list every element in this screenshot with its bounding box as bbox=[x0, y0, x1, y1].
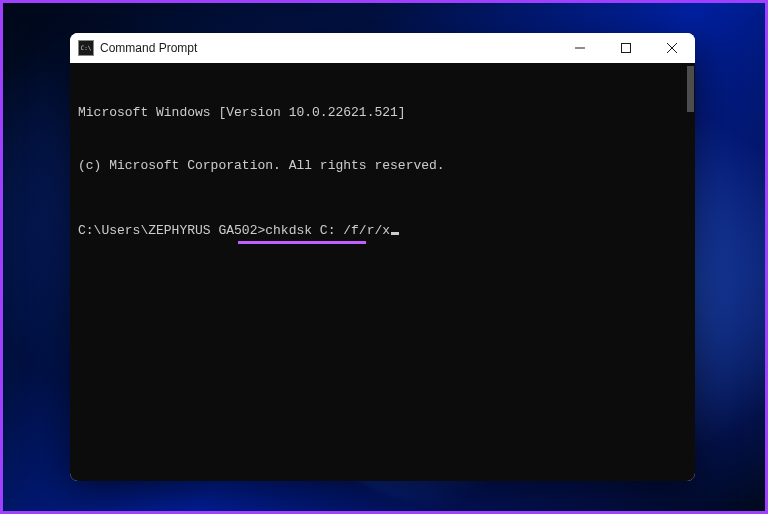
terminal-cursor bbox=[391, 232, 399, 235]
window-controls bbox=[557, 33, 695, 63]
close-icon bbox=[667, 43, 677, 53]
terminal-command: chkdsk C: /f/r/x bbox=[265, 223, 390, 238]
svg-rect-1 bbox=[622, 44, 631, 53]
terminal-area[interactable]: Microsoft Windows [Version 10.0.22621.52… bbox=[70, 63, 695, 481]
maximize-button[interactable] bbox=[603, 33, 649, 63]
terminal-prompt: C:\Users\ZEPHYRUS GA502> bbox=[78, 223, 265, 238]
close-button[interactable] bbox=[649, 33, 695, 63]
command-prompt-window: C:\ Command Prompt Microsoft Windows [Ve… bbox=[70, 33, 695, 481]
titlebar[interactable]: C:\ Command Prompt bbox=[70, 33, 695, 63]
maximize-icon bbox=[621, 43, 631, 53]
terminal-output-line: Microsoft Windows [Version 10.0.22621.52… bbox=[78, 104, 687, 122]
window-title: Command Prompt bbox=[100, 41, 557, 55]
terminal-prompt-line: C:\Users\ZEPHYRUS GA502>chkdsk C: /f/r/x bbox=[78, 222, 687, 240]
minimize-icon bbox=[575, 43, 585, 53]
command-prompt-icon: C:\ bbox=[78, 40, 94, 56]
minimize-button[interactable] bbox=[557, 33, 603, 63]
terminal-output-line: (c) Microsoft Corporation. All rights re… bbox=[78, 157, 687, 175]
terminal-scrollbar-thumb[interactable] bbox=[687, 66, 694, 112]
command-highlight bbox=[238, 241, 366, 244]
